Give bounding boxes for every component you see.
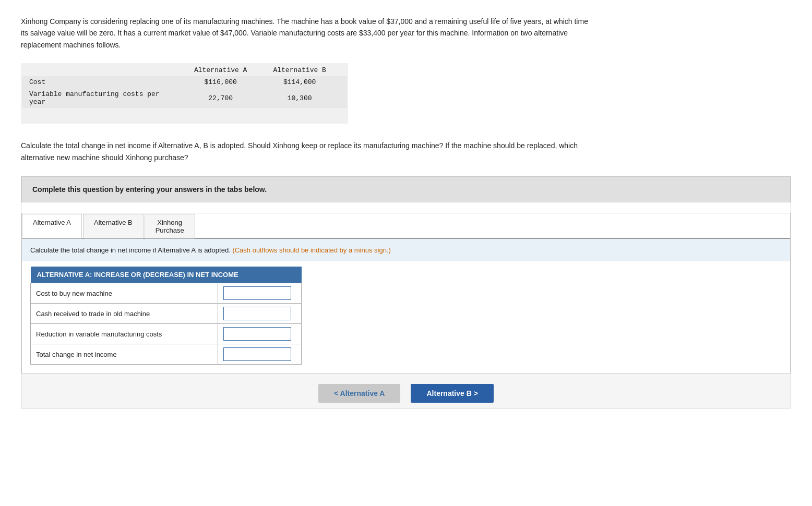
row-variable-alt-b: 10,300 [268, 88, 347, 108]
btn-next[interactable]: Alternative B > [411, 384, 493, 403]
btn-prev[interactable]: < Alternative A [318, 384, 400, 403]
row-label-reduction: Reduction in variable manufacturing cost… [31, 324, 218, 344]
col-header-alt-a: Alternative A [189, 64, 268, 76]
row-variable-alt-a: 22,700 [189, 88, 268, 108]
instruction-box: Complete this question by entering your … [21, 176, 791, 202]
comparison-table: Alternative A Alternative B Cost $116,00… [22, 64, 347, 108]
input-total[interactable] [223, 347, 291, 361]
row-input-cost-new[interactable] [218, 283, 302, 304]
nav-buttons: < Alternative A Alternative B > [21, 374, 791, 408]
answer-table-header: ALTERNATIVE A: INCREASE OR (DECREASE) IN… [31, 267, 302, 283]
row-label-cash-trade: Cash received to trade in old machine [31, 304, 218, 324]
tab-instruction-main: Calculate the total change in net income… [30, 246, 231, 254]
tab-xinhong-purchase[interactable]: XinhongPurchase [145, 214, 195, 238]
col-header-empty [22, 64, 189, 76]
tabs-header: Alternative A Alternative B XinhongPurch… [22, 213, 790, 239]
answer-table-header-row: ALTERNATIVE A: INCREASE OR (DECREASE) IN… [31, 267, 302, 283]
row-label-cost-new: Cost to buy new machine [31, 283, 218, 304]
row-cost-alt-a: $116,000 [189, 76, 268, 88]
row-input-reduction[interactable] [218, 324, 302, 344]
interactive-section: Complete this question by entering your … [21, 176, 791, 409]
input-cash-trade[interactable] [223, 307, 291, 320]
table-row-cash-trade: Cash received to trade in old machine [31, 304, 302, 324]
table-row-reduction: Reduction in variable manufacturing cost… [31, 324, 302, 344]
question-text: Calculate the total change in net income… [21, 140, 595, 163]
row-input-total[interactable] [218, 344, 302, 365]
input-reduction[interactable] [223, 327, 291, 341]
row-label-total: Total change in net income [31, 344, 218, 365]
instruction-text: Complete this question by entering your … [32, 185, 267, 194]
table-row-cost-new: Cost to buy new machine [31, 283, 302, 304]
row-input-cash-trade[interactable] [218, 304, 302, 324]
intro-paragraph: Xinhong Company is considering replacing… [21, 16, 595, 51]
tab-instruction-bar: Calculate the total change in net income… [22, 239, 790, 262]
tab-alternative-b[interactable]: Alternative B [83, 214, 144, 238]
comparison-table-wrapper: Alternative A Alternative B Cost $116,00… [21, 63, 348, 124]
answer-table-wrapper: ALTERNATIVE A: INCREASE OR (DECREASE) IN… [22, 261, 790, 373]
tab-instruction-note: (Cash outflows should be indicated by a … [232, 246, 391, 254]
answer-table: ALTERNATIVE A: INCREASE OR (DECREASE) IN… [30, 267, 302, 365]
row-variable-label: Variable manufacturing costs per year [22, 88, 189, 108]
row-cost-alt-b: $114,000 [268, 76, 347, 88]
tab-alternative-a[interactable]: Alternative A [22, 214, 82, 238]
table-row-total: Total change in net income [31, 344, 302, 365]
col-header-alt-b: Alternative B [268, 64, 347, 76]
tabs-container: Alternative A Alternative B XinhongPurch… [21, 213, 791, 374]
input-cost-new[interactable] [223, 286, 291, 300]
row-cost-label: Cost [22, 76, 189, 88]
